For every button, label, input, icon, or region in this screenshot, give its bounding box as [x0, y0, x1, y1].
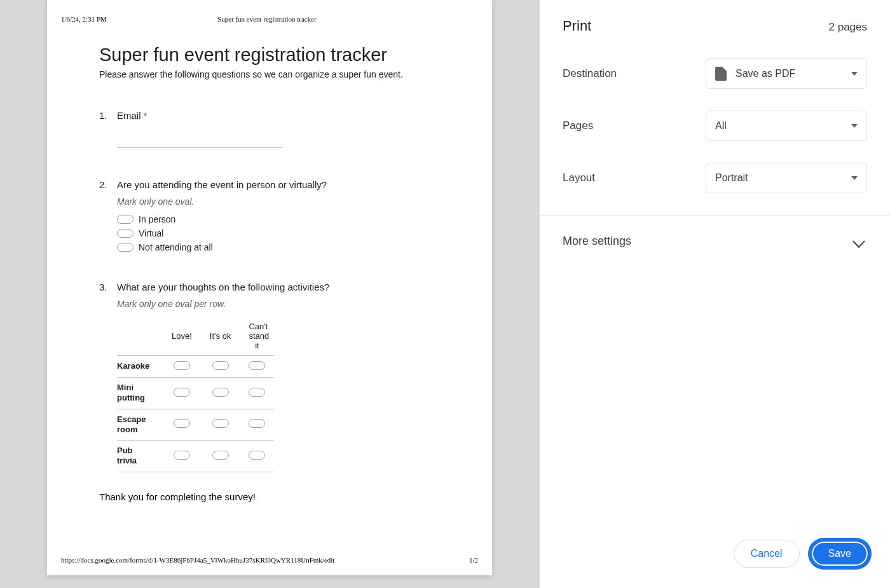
- grid-col-header: Love!: [163, 317, 201, 356]
- grid-row-label: Pub trivia: [117, 441, 163, 472]
- grid-row-label: Karaoke: [117, 356, 163, 378]
- oval-icon: [174, 419, 190, 428]
- pages-label: Pages: [563, 120, 593, 132]
- chevron-down-icon: [851, 124, 858, 128]
- panel-title: Print: [563, 18, 591, 34]
- oval-icon: [117, 215, 134, 224]
- form-description: Please answer the following questions so…: [99, 69, 440, 79]
- oval-icon: [174, 361, 190, 370]
- oval-icon: [249, 419, 265, 428]
- destination-label: Destination: [563, 67, 617, 80]
- form-title: Super fun event registration tracker: [99, 44, 440, 65]
- oval-icon: [212, 361, 229, 370]
- grid-row: Karaoke: [117, 356, 274, 378]
- grid-row: Mini putting: [117, 378, 274, 409]
- question-3: 3. What are your thoughts on the followi…: [99, 282, 440, 472]
- layout-label: Layout: [563, 172, 595, 184]
- option-row: Not attending at all: [117, 242, 440, 252]
- cancel-button[interactable]: Cancel: [734, 540, 800, 568]
- chevron-down-icon: [851, 176, 858, 180]
- destination-value: Save as PDF: [736, 68, 795, 79]
- page-timestamp: 1/6/24, 2:31 PM: [61, 15, 107, 23]
- activity-grid: Love! It's ok Can't stand it Karaoke: [117, 317, 274, 472]
- layout-value: Portrait: [715, 172, 748, 184]
- save-button[interactable]: Save: [810, 540, 870, 568]
- footer-page-number: 1/2: [469, 556, 478, 564]
- page-header-title: Super fun event registration tracker: [107, 15, 427, 23]
- pages-select[interactable]: All: [706, 111, 867, 141]
- oval-icon: [249, 361, 265, 370]
- question-number: 2.: [99, 179, 117, 256]
- page-header: 1/6/24, 2:31 PM Super fun event registra…: [61, 15, 478, 23]
- grid-col-header: Can't stand it: [240, 317, 274, 356]
- oval-icon: [174, 451, 190, 460]
- option-label: In person: [139, 214, 175, 224]
- option-row: Virtual: [117, 228, 440, 238]
- print-preview-area: 1/6/24, 2:31 PM Super fun event registra…: [0, 0, 539, 588]
- oval-icon: [117, 229, 134, 238]
- preview-page: 1/6/24, 2:31 PM Super fun event registra…: [47, 0, 492, 575]
- grid-row-label: Escape room: [117, 409, 163, 441]
- question-number: 1.: [99, 110, 117, 154]
- option-label: Not attending at all: [139, 242, 213, 252]
- oval-icon: [212, 451, 229, 460]
- chevron-down-icon: [852, 235, 865, 248]
- grid-row: Pub trivia: [117, 441, 274, 472]
- print-settings-panel: Print 2 pages Destination Save as PDF Pa…: [539, 0, 890, 588]
- option-label: Virtual: [139, 228, 163, 238]
- question-text: Are you attending the event in person or…: [117, 179, 440, 190]
- oval-icon: [212, 419, 229, 428]
- grid-col-header: It's ok: [201, 317, 240, 356]
- more-settings-toggle[interactable]: More settings: [563, 215, 867, 267]
- question-2: 2. Are you attending the event in person…: [99, 179, 440, 256]
- question-number: 3.: [99, 282, 117, 472]
- oval-icon: [117, 243, 134, 252]
- footer-url: https://docs.google.com/forms/d/1-W3E86j…: [61, 556, 334, 564]
- question-text: What are your thoughts on the following …: [117, 282, 440, 292]
- required-star: *: [144, 110, 147, 121]
- pdf-icon: [715, 67, 727, 81]
- grid-row: Escape room: [117, 409, 274, 441]
- question-hint: Mark only one oval.: [117, 196, 440, 207]
- page-count: 2 pages: [829, 21, 868, 34]
- chevron-down-icon: [851, 72, 858, 76]
- oval-icon: [174, 388, 190, 397]
- question-hint: Mark only one oval per row.: [117, 299, 440, 309]
- oval-icon: [249, 451, 265, 460]
- oval-icon: [212, 388, 229, 397]
- layout-select[interactable]: Portrait: [706, 163, 867, 193]
- question-text: Email: [117, 110, 141, 121]
- grid-row-label: Mini putting: [117, 378, 163, 409]
- oval-icon: [249, 388, 265, 397]
- thank-you-text: Thank you for completing the survey!: [99, 491, 440, 502]
- question-1: 1. Email *: [99, 110, 440, 154]
- email-input-line: [117, 130, 282, 147]
- more-settings-label: More settings: [563, 235, 631, 248]
- option-row: In person: [117, 214, 440, 224]
- destination-select[interactable]: Save as PDF: [706, 58, 867, 89]
- page-footer: https://docs.google.com/forms/d/1-W3E86j…: [61, 556, 478, 564]
- pages-value: All: [715, 120, 727, 132]
